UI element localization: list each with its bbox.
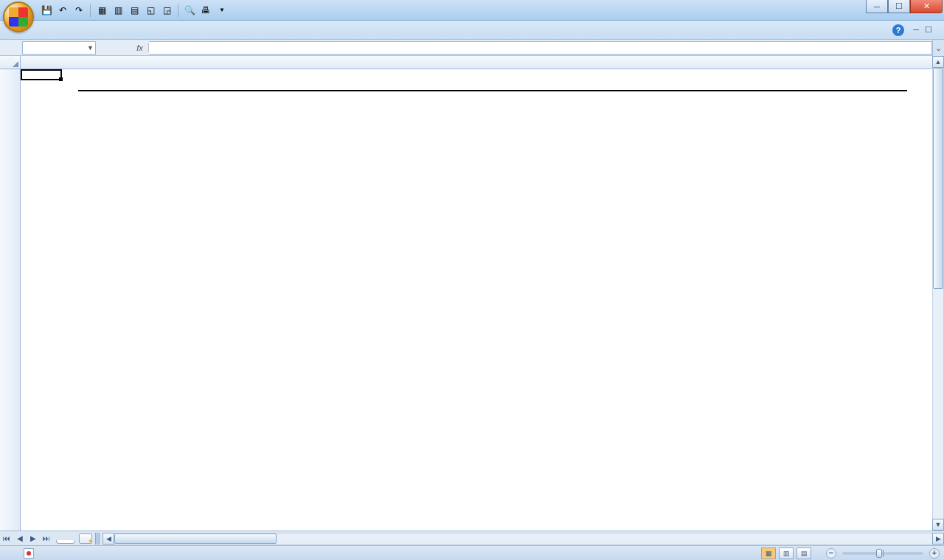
close-button[interactable]: ✕ [910, 0, 943, 13]
new-sheet-icon[interactable] [79, 533, 92, 544]
active-cell[interactable] [21, 69, 62, 80]
formula-bar[interactable] [149, 41, 932, 55]
export-icon[interactable]: ◲ [160, 4, 173, 17]
vertical-scrollbar[interactable]: ▲ ▼ [932, 56, 944, 531]
expand-formula-bar-icon[interactable]: ⌄ [932, 40, 944, 56]
help-icon[interactable]: ? [892, 24, 904, 36]
next-sheet-icon[interactable]: ▶ [27, 533, 40, 545]
worksheet-area [0, 56, 944, 531]
maximize-button[interactable]: ☐ [888, 0, 910, 13]
save-icon[interactable]: 💾 [40, 4, 53, 17]
qat-customize-icon[interactable]: ▼ [215, 4, 229, 17]
undo-icon[interactable]: ↶ [56, 4, 69, 17]
pagelayout-view-icon[interactable]: ▥ [779, 547, 794, 559]
last-sheet-icon[interactable]: ⏭ [40, 533, 53, 545]
zoom-icon[interactable]: 🔍 [183, 4, 196, 17]
select-all-button[interactable] [0, 56, 21, 69]
horizontal-scrollbar[interactable]: ◀ ▶ [103, 533, 944, 545]
zoom-out-icon[interactable]: − [826, 548, 836, 559]
pagebreak-view-icon[interactable]: ▤ [796, 547, 811, 559]
table-icon[interactable]: ▤ [128, 4, 141, 17]
chart-title [78, 87, 907, 91]
namebox-dropdown-icon[interactable]: ▼ [87, 44, 94, 52]
name-box[interactable]: ▼ [22, 41, 96, 55]
zoom-slider[interactable] [842, 552, 923, 555]
office-button[interactable] [3, 1, 34, 32]
restore-workbook-icon[interactable]: ☐ [925, 25, 932, 35]
row-headers [0, 69, 21, 531]
minimize-workbook-icon[interactable]: ─ [913, 25, 919, 34]
scroll-right-icon[interactable]: ▶ [932, 533, 944, 545]
new-icon[interactable]: ▦ [95, 4, 108, 17]
tab-split-handle[interactable] [95, 533, 100, 545]
hscroll-thumb[interactable] [114, 533, 277, 544]
preview-icon[interactable]: ◱ [144, 4, 157, 17]
vscroll-thumb[interactable] [933, 68, 943, 289]
fx-icon[interactable]: fx [131, 43, 149, 52]
ribbon-tabs: ? ─ ☐ [0, 21, 944, 40]
redo-icon[interactable]: ↷ [72, 4, 86, 17]
cell-grid[interactable] [21, 69, 944, 531]
first-sheet-icon[interactable]: ⏮ [0, 533, 13, 545]
normal-view-icon[interactable]: ▦ [761, 547, 776, 559]
sheet-tab[interactable] [56, 540, 75, 544]
minimize-button[interactable]: ─ [866, 0, 888, 13]
open-icon[interactable]: ▥ [111, 4, 125, 17]
scroll-up-icon[interactable]: ▲ [932, 56, 944, 68]
scroll-down-icon[interactable]: ▼ [932, 519, 944, 531]
quick-access-toolbar: 💾 ↶ ↷ ▦ ▥ ▤ ◱ ◲ 🔍 🖶 ▼ [40, 4, 229, 17]
zoom-in-icon[interactable]: + [929, 548, 940, 559]
macro-record-icon[interactable] [24, 548, 34, 559]
print-icon[interactable]: 🖶 [199, 4, 212, 17]
org-chart [41, 83, 944, 531]
prev-sheet-icon[interactable]: ◀ [13, 533, 27, 545]
scroll-left-icon[interactable]: ◀ [103, 533, 114, 545]
zoom-thumb[interactable] [876, 549, 882, 558]
